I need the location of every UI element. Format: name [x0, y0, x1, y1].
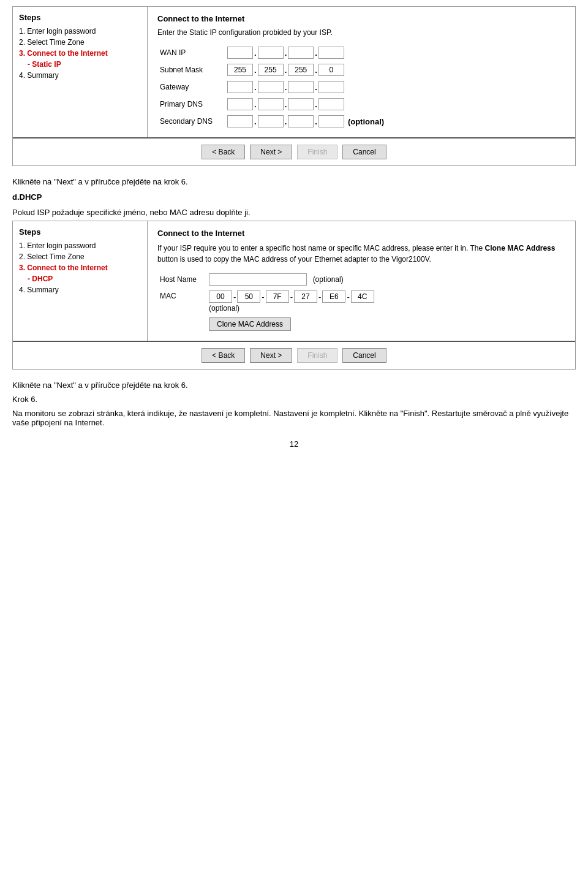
secondary-dns-fields: . . . (optional) — [225, 113, 386, 130]
mac-inputs: - - - - - — [209, 290, 374, 303]
gateway-fields: . . . — [225, 78, 386, 96]
cancel-button-2[interactable]: Cancel — [342, 348, 386, 363]
subnet-mask-row: Subnet Mask . . . — [157, 61, 386, 78]
host-name-label: Host Name — [157, 271, 206, 288]
page-number: 12 — [12, 439, 576, 449]
gateway-row: Gateway . . . — [157, 78, 386, 96]
dhcp-form-table: Host Name (optional) MAC - - — [157, 271, 377, 333]
step-2-3: 3. Connect to the Internet — [19, 264, 141, 272]
bottom-line-1: Klikněte na "Next" a v příručce přejděte… — [12, 381, 576, 390]
static-ip-title: Connect to the Internet — [157, 14, 565, 23]
subnet-2[interactable] — [258, 64, 284, 76]
secondary-dns-row: Secondary DNS . . . (optional) — [157, 113, 386, 130]
subnet-mask-label: Subnet Mask — [157, 61, 225, 78]
wan-ip-4[interactable] — [318, 47, 344, 59]
back-button-2[interactable]: < Back — [202, 348, 245, 363]
pdns-2[interactable] — [258, 98, 284, 110]
secondary-dns-label: Secondary DNS — [157, 113, 225, 130]
steps-list-2: 1. Enter login password 2. Select Time Z… — [19, 241, 141, 294]
dhcp-desc-part1: If your ISP require you to enter a speci… — [157, 244, 485, 252]
gateway-label: Gateway — [157, 78, 225, 96]
host-optional-label: (optional) — [313, 275, 344, 284]
step-1-1: 1. Enter login password — [19, 27, 141, 36]
dhcp-content: Connect to the Internet If your ISP requ… — [148, 221, 575, 341]
step-2-1: 1. Enter login password — [19, 241, 141, 250]
subnet-3[interactable] — [288, 64, 314, 76]
pdns-3[interactable] — [288, 98, 314, 110]
dhcp-panel: Steps 1. Enter login password 2. Select … — [12, 221, 576, 370]
between-text-2: d.DHCP — [12, 192, 576, 202]
btn-row-2: < Back Next > Finish Cancel — [13, 341, 575, 369]
primary-dns-row: Primary DNS . . . — [157, 96, 386, 113]
wan-ip-1[interactable] — [227, 47, 253, 59]
step-1-2: 2. Select Time Zone — [19, 38, 141, 47]
wan-ip-row: WAN IP . . . — [157, 44, 386, 61]
host-name-input[interactable] — [209, 273, 307, 286]
mac-4[interactable] — [294, 290, 317, 303]
static-ip-content: Connect to the Internet Enter the Static… — [148, 7, 575, 137]
finish-button-2[interactable]: Finish — [297, 348, 337, 363]
dhcp-desc-part2: button is used to copy the MAC address o… — [157, 255, 431, 264]
mac-5[interactable] — [322, 290, 345, 303]
cancel-button-1[interactable]: Cancel — [342, 145, 386, 159]
mac-optional-label: (optional) — [209, 304, 374, 313]
primary-dns-label: Primary DNS — [157, 96, 225, 113]
wan-ip-3[interactable] — [288, 47, 314, 59]
finish-button-1[interactable]: Finish — [297, 145, 337, 159]
static-ip-desc: Enter the Static IP configuration probid… — [157, 28, 565, 37]
dhcp-heading: d.DHCP — [12, 192, 42, 202]
steps-title-1: Steps — [19, 13, 141, 22]
between-text-3: Pokud ISP požaduje specifické jméno, neb… — [12, 208, 576, 217]
clone-mac-bold: Clone MAC Address — [485, 244, 556, 252]
steps-column-1: Steps 1. Enter login password 2. Select … — [13, 7, 148, 137]
sdns-1[interactable] — [227, 115, 253, 127]
step-2-sub: - DHCP — [19, 275, 141, 283]
btn-row-1: < Back Next > Finish Cancel — [13, 137, 575, 165]
step-1-4: 4. Summary — [19, 71, 141, 80]
mac-fields-cell: - - - - - (optional) Clone MAC A — [206, 288, 377, 333]
step-1-sub: - Static IP — [19, 60, 141, 69]
between-text-1: Klikněte na "Next" a v příručce přejděte… — [12, 177, 576, 186]
mac-2[interactable] — [237, 290, 260, 303]
gateway-2[interactable] — [258, 81, 284, 93]
next-button-1[interactable]: Next > — [250, 145, 292, 159]
step-1-3: 3. Connect to the Internet — [19, 49, 141, 58]
dhcp-desc: If your ISP require you to enter a speci… — [157, 243, 565, 265]
wan-ip-label: WAN IP — [157, 44, 225, 61]
bottom-line-2: Krok 6. — [12, 395, 576, 404]
mac-6[interactable] — [351, 290, 374, 303]
gateway-4[interactable] — [318, 81, 344, 93]
sdns-3[interactable] — [288, 115, 314, 127]
pdns-1[interactable] — [227, 98, 253, 110]
static-ip-panel: Steps 1. Enter login password 2. Select … — [12, 6, 576, 166]
dhcp-title: Connect to the Internet — [157, 229, 565, 238]
wan-ip-fields: . . . — [225, 44, 386, 61]
steps-title-2: Steps — [19, 227, 141, 237]
host-name-field-cell: (optional) — [206, 271, 377, 288]
steps-column-2: Steps 1. Enter login password 2. Select … — [13, 221, 148, 341]
mac-3[interactable] — [266, 290, 289, 303]
back-button-1[interactable]: < Back — [202, 145, 245, 159]
step-2-2: 2. Select Time Zone — [19, 252, 141, 261]
host-name-row: Host Name (optional) — [157, 271, 377, 288]
mac-label: MAC — [157, 288, 206, 333]
pdns-4[interactable] — [318, 98, 344, 110]
subnet-mask-fields: . . . — [225, 61, 386, 78]
steps-list-1: 1. Enter login password 2. Select Time Z… — [19, 27, 141, 80]
clone-mac-button[interactable]: Clone MAC Address — [209, 317, 291, 331]
subnet-1[interactable] — [227, 64, 253, 76]
primary-dns-fields: . . . — [225, 96, 386, 113]
next-button-2[interactable]: Next > — [250, 348, 292, 363]
sdns-2[interactable] — [258, 115, 284, 127]
bottom-line-3: Na monitoru se zobrazí stránka, která in… — [12, 409, 576, 427]
gateway-3[interactable] — [288, 81, 314, 93]
step-2-4: 4. Summary — [19, 286, 141, 294]
subnet-4[interactable] — [318, 64, 344, 76]
sdns-4[interactable] — [318, 115, 344, 127]
mac-1[interactable] — [209, 290, 232, 303]
mac-row: MAC - - - - - — [157, 288, 377, 333]
wan-ip-2[interactable] — [258, 47, 284, 59]
gateway-1[interactable] — [227, 81, 253, 93]
static-ip-form: WAN IP . . . — [157, 44, 565, 130]
secondary-dns-optional: (optional) — [348, 117, 384, 126]
